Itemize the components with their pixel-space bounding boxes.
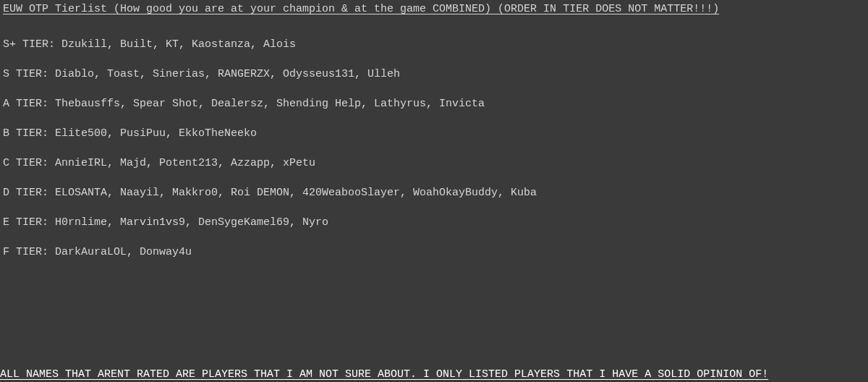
tier-players: ELOSANTA, Naayil, Makkro0, Roi DEMON, 42… [55,187,537,199]
tier-label: S+ TIER: [3,38,61,51]
tier-row: S+ TIER: Dzukill, Built, KT, Kaostanza, … [3,38,865,51]
tier-players: Thebausffs, Spear Shot, Dealersz, Shendi… [55,98,485,110]
tier-row: E TIER: H0rnlime, Marvin1vs9, DenSygeKam… [3,216,865,229]
tier-players: AnnieIRL, Majd, Potent213, Azzapp, xPetu [55,157,315,169]
tier-players: Elite500, PusiPuu, EkkoTheNeeko [55,127,257,140]
tier-row: D TIER: ELOSANTA, Naayil, Makkro0, Roi D… [3,187,865,199]
footer-note: ALL NAMES THAT ARENT RATED ARE PLAYERS T… [0,368,868,381]
tier-label: E TIER: [3,216,55,229]
tier-row: S TIER: Diablo, Toast, Sinerias, RANGERZ… [3,68,865,80]
tierlist-title: EUW OTP Tierlist (How good you are at yo… [3,3,865,15]
tier-players: Diablo, Toast, Sinerias, RANGERZX, Odyss… [55,68,400,80]
tier-label: F TIER: [3,246,55,258]
tierlist-content: EUW OTP Tierlist (How good you are at yo… [0,0,868,258]
tier-label: A TIER: [3,98,55,110]
tier-label: S TIER: [3,68,55,80]
tier-label: D TIER: [3,187,55,199]
tier-row: B TIER: Elite500, PusiPuu, EkkoTheNeeko [3,127,865,140]
tier-row: A TIER: Thebausffs, Spear Shot, Dealersz… [3,98,865,110]
tier-row: F TIER: DarkAuraLOL, Donway4u [3,246,865,258]
tier-players: DarkAuraLOL, Donway4u [55,246,192,258]
tier-label: B TIER: [3,127,55,140]
tier-row: C TIER: AnnieIRL, Majd, Potent213, Azzap… [3,157,865,169]
tier-label: C TIER: [3,157,55,169]
tier-players: Dzukill, Built, KT, Kaostanza, Alois [61,38,296,51]
tier-players: H0rnlime, Marvin1vs9, DenSygeKamel69, Ny… [55,216,328,229]
